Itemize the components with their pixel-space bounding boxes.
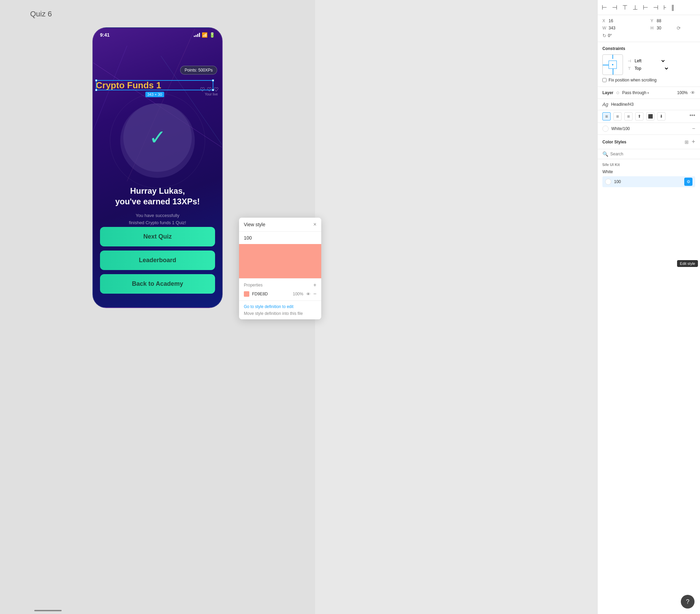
constraint-line-h [603,65,609,65]
text-align-middle-btn[interactable]: ⬛ [646,112,654,120]
ag-label: Ag [602,102,608,107]
constrain-proportions-icon[interactable]: ⟳ [677,25,681,31]
white-style-row[interactable]: 100 ⚙ [602,176,695,187]
text-align-left-btn[interactable]: ≡ [602,112,611,120]
align-bottom-icon[interactable]: ⊣ [653,4,659,11]
vs-close-btn[interactable]: × [313,222,316,227]
help-button[interactable]: ? [681,595,695,609]
align-middle-icon[interactable]: ⊢ [643,4,648,11]
text-align-bottom-btn[interactable]: ⬇ [657,112,665,120]
vs-value: 100 [239,232,321,244]
leaderboard-button[interactable]: Leaderboard [100,251,215,270]
search-input[interactable] [610,152,695,156]
fill-swatch[interactable] [602,126,609,132]
xywh-section: X Y W H ⟳ ↻ 0° [598,15,700,42]
vs-move-style-text: Move style definition into this file [244,311,316,316]
color-styles-header: Color Styles ⊞ + [598,135,700,149]
vs-go-to-style-link[interactable]: Go to style definition to edit [244,304,316,309]
constraint-h-select[interactable]: ⊣ Left Right Left and Right Center Scale [628,58,669,64]
align-toolbar: ⊢ ⊣ ⊤ ⊥ ⊢ ⊣ ⊦ ‖ [598,0,700,15]
distribute-icon[interactable]: ⊦ [663,4,666,11]
status-bar: 9:41 📶 🔋 [93,28,222,40]
y-field: Y [651,18,696,23]
add-color-style-btn[interactable]: + [691,138,695,145]
edit-style-btn[interactable]: ⚙ [684,178,692,186]
constraints-section: Constraints ⊣ Left Right Left and Right [598,42,700,87]
text-align-top-btn[interactable]: ⬆ [635,112,643,120]
align-center-h-icon[interactable]: ⊣ [612,4,617,11]
constraint-dot [612,64,613,65]
fix-scroll-label: Fix position when scrolling [609,78,657,82]
more-align-icon[interactable]: ‖ [671,4,674,11]
h-field: H ⟳ [651,25,696,31]
align-right-icon[interactable]: ⊤ [622,4,628,11]
btn-section: Next Quiz Leaderboard Back to Academy [100,227,215,294]
next-quiz-button[interactable]: Next Quiz [100,227,215,246]
vs-hex-value: FD9E8D [252,292,290,296]
align-left-icon[interactable]: ⊢ [602,4,607,11]
constraint-diagram [602,54,623,75]
points-badge: Points: 500XPs [180,66,217,75]
text-more-options-btn[interactable]: ••• [689,112,695,120]
fill-row: White/100 − [598,123,700,135]
circle-section: ✓ [123,103,192,172]
phone-frame: 9:41 📶 🔋 Points: 500XPs Cr [92,27,223,308]
rotate-icon: ↻ [602,33,607,38]
phone-container: 9:41 📶 🔋 Points: 500XPs Cr [92,27,223,308]
grid-view-icon[interactable]: ⊞ [685,139,689,145]
vs-footer: Go to style definition to edit Move styl… [239,300,321,319]
text-align-right-btn[interactable]: ≡ [624,112,633,120]
constraint-v-dropdown[interactable]: Top Bottom Top and Bottom Center Scale [633,66,669,71]
back-to-academy-button[interactable]: Back to Academy [100,274,215,294]
vs-properties: Properties + FD9E8D 100% 👁 − [239,278,321,300]
align-top-icon[interactable]: ⊥ [633,4,638,11]
uikit-section: 5ife UI Kit White 100 ⚙ [598,159,700,191]
text-align-btns: ≡ ≡ ≡ ⬆ ⬛ ⬇ ••• [598,110,700,123]
constraint-line-v [613,68,613,75]
blend-circle-icon: ○ [616,90,620,96]
constraints-widget: ⊣ Left Right Left and Right Center Scale… [602,54,695,75]
text-align-center-btn[interactable]: ≡ [613,112,622,120]
w-input[interactable] [609,26,626,30]
heart-3: ♡ [214,86,218,93]
congrats-section: Hurray Lukas, you've earned 13XPs! You h… [93,186,222,234]
properties-panel: ⊢ ⊣ ⊤ ⊥ ⊢ ⊣ ⊦ ‖ X Y W H [597,0,700,614]
search-row[interactable]: 🔍 [598,149,700,159]
vs-prop-header: Properties + [244,282,316,288]
constraint-h-dropdown[interactable]: Left Right Left and Right Center Scale [633,58,666,64]
scrollbar-thumb [34,610,62,611]
vs-visibility-icon[interactable]: 👁 [306,292,311,297]
fix-scroll-checkbox[interactable] [602,78,607,82]
crypto-title[interactable]: Crypto Funds 1 343 × 30 [96,80,213,90]
opacity-input[interactable] [675,90,688,95]
search-icon: 🔍 [602,151,608,157]
visibility-icon[interactable]: 👁 [690,90,695,95]
chevron-down-icon: ▾ [647,91,649,95]
constraint-inner [609,61,617,69]
checkmark-icon: ✓ [149,127,166,148]
your-live-text: Your live [205,92,218,96]
edit-style-icon-glyph: ⚙ [687,179,690,184]
size-label: 343 × 30 [145,92,164,97]
vs-remove-btn[interactable]: − [313,291,316,297]
vs-prop-row: FD9E8D 100% 👁 − [244,291,316,297]
view-style-popup: View style × 100 Properties + FD9E8D 100… [239,218,321,319]
congrats-title: Hurray Lukas, you've earned 13XPs! [103,186,212,207]
fix-scroll-row: Fix position when scrolling [602,78,695,82]
battery-icon: 🔋 [209,32,215,38]
vs-add-prop-btn[interactable]: + [313,282,316,288]
text-style-row: Ag Headline/H3 [598,99,700,110]
vs-header: View style × [239,218,321,232]
constraint-v-select[interactable]: ⊤ Top Bottom Top and Bottom Center Scale [628,66,669,71]
white-color-swatch [605,179,611,185]
layer-section: Layer ○ Pass through ▾ 👁 [598,87,700,99]
constraint-selects: ⊣ Left Right Left and Right Center Scale… [628,58,669,71]
h-input[interactable] [657,26,674,30]
w-field: W [602,25,647,31]
vs-opacity-value: 100% [293,292,303,296]
blend-mode-button[interactable]: Pass through ▾ [622,90,673,95]
remove-fill-btn[interactable]: − [692,126,695,132]
vs-prop-swatch [244,291,249,297]
y-input[interactable] [657,18,674,23]
x-input[interactable] [609,18,626,23]
